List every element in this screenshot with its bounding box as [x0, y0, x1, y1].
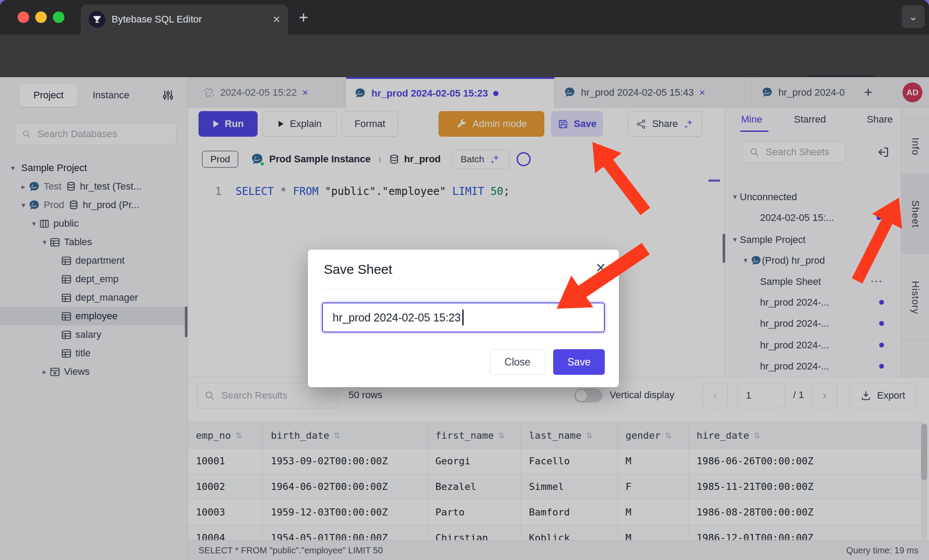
macos-zoom-button[interactable] — [53, 11, 64, 23]
tab-search-chevron-icon[interactable]: ⌄ — [902, 5, 925, 28]
new-tab-button[interactable]: + — [294, 8, 313, 27]
bytebase-app: Project Instance ▾Sample Project ▸Testhr… — [0, 77, 929, 560]
save-sheet-modal: Save Sheet × hr_prod 2024-02-05 15:23 Cl… — [308, 250, 619, 387]
modal-title: Save Sheet — [324, 262, 392, 277]
modal-close-icon[interactable]: × — [596, 258, 606, 277]
browser-tab-strip: Bytebase SQL Editor × + ⌄ — [0, 0, 929, 34]
modal-close-button[interactable]: Close — [490, 349, 545, 375]
browser-navbar: ← → localhost:8080/sql-editor/prod-sampl… — [0, 34, 929, 77]
macos-minimize-button[interactable] — [35, 11, 47, 23]
browser-window: Bytebase SQL Editor × + ⌄ ← → localhost:… — [0, 0, 929, 560]
tab-close-icon[interactable]: × — [273, 13, 280, 26]
browser-tab[interactable]: Bytebase SQL Editor × — [81, 4, 288, 34]
browser-tab-title: Bytebase SQL Editor — [112, 14, 273, 25]
text-cursor — [462, 310, 464, 325]
sheet-name-input[interactable]: hr_prod 2024-02-05 15:23 — [322, 302, 605, 332]
bytebase-favicon-icon — [89, 11, 105, 28]
modal-divider — [322, 289, 605, 289]
macos-close-button[interactable] — [18, 11, 29, 23]
modal-save-button[interactable]: Save — [553, 349, 605, 375]
